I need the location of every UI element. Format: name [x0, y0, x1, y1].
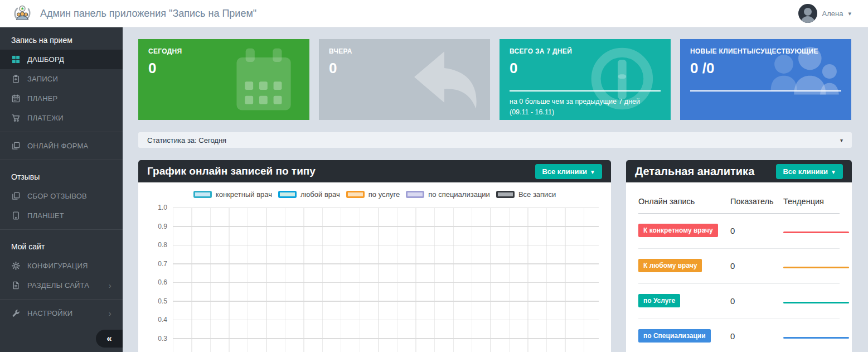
avatar[interactable] — [798, 4, 817, 23]
sidebar-item-calendar[interactable]: ПЛАНЕР — [0, 89, 123, 108]
sidebar-item-label: ОНЛАЙН ФОРМА — [27, 142, 88, 150]
dashboard-grid-icon — [11, 55, 20, 64]
legend-item[interactable]: по услуге — [346, 190, 400, 199]
stat-card-value: 0 — [148, 60, 299, 77]
chevron-right-icon: › — [109, 281, 111, 290]
analytics-table-header: Онлайн запись Показатель Тенденция — [638, 197, 840, 214]
card-divider — [510, 90, 661, 91]
sidebar-item-gear[interactable]: КОНФИГУРАЦИЯ — [0, 256, 123, 276]
sidebar-item-tablet[interactable]: ПЛАНШЕТ — [0, 206, 123, 225]
metric-value: 0 — [730, 261, 783, 271]
legend-item[interactable]: Все записи — [496, 190, 556, 199]
stat-cards-row: СЕГОДНЯ0ВЧЕРА0ВСЕГО ЗА 7 ДНЕЙ0на 0 больш… — [138, 39, 851, 120]
table-row: по Специализации0 — [638, 319, 840, 352]
collapse-icon: « — [106, 333, 111, 344]
sidebar: « Запись на приемДАШБОРДЗАПИСИПЛАНЕРПЛАТ… — [0, 27, 123, 352]
wrench-icon — [11, 309, 20, 318]
chevron-down-icon: ▼ — [831, 169, 836, 175]
y-axis-tick-label: 0.7 — [145, 260, 167, 268]
copy-icon — [11, 192, 20, 201]
status-badge: К конкретному врачу — [638, 224, 718, 237]
gear-icon — [11, 262, 20, 271]
trend-line — [783, 302, 849, 303]
sidebar-item-label: РАЗДЕЛЫ САЙТА — [27, 281, 89, 290]
analytics-panel: Детальная аналитика Все клиники▼ Онлайн … — [626, 160, 852, 352]
legend-swatch — [278, 191, 297, 198]
y-axis-tick-label: 0.8 — [145, 241, 167, 249]
sidebar-divider — [0, 132, 123, 132]
calendar-icon — [11, 94, 20, 103]
analytics-panel-title: Детальная аналитика — [635, 165, 754, 178]
column-header: Онлайн запись — [638, 197, 730, 206]
legend-label: конкретный врач — [216, 190, 272, 199]
stat-card-value: 0 — [510, 60, 661, 77]
sidebar-item-label: ПЛАНШЕТ — [27, 211, 64, 220]
metric-value: 0 — [730, 331, 783, 341]
stat-card: ВЧЕРА0 — [319, 39, 490, 120]
stat-card-label: НОВЫЕ КЛИЕНТЫ/СУЩЕСТВУЮЩИЕ — [690, 47, 841, 55]
user-menu[interactable]: Алена ▾ — [798, 4, 851, 23]
chevron-down-icon: ▼ — [590, 169, 595, 175]
column-header: Тенденция — [783, 197, 840, 206]
y-axis-tick-label: 0.6 — [145, 278, 167, 286]
y-axis-tick-label: 0.3 — [145, 335, 167, 343]
sidebar-item-copy[interactable]: ОНЛАЙН ФОРМА — [0, 136, 123, 156]
stat-card: НОВЫЕ КЛИЕНТЫ/СУЩЕСТВУЮЩИЕ0 /0 — [680, 39, 851, 120]
sidebar-section-header: Отзывы — [0, 164, 123, 186]
analytics-panel-header: Детальная аналитика Все клиники▼ — [626, 160, 852, 182]
legend-swatch — [496, 191, 515, 198]
sidebar-divider — [0, 160, 123, 160]
sidebar-section-header: Мой сайт — [0, 234, 123, 256]
legend-item[interactable]: по специализации — [406, 190, 490, 199]
legend-swatch — [193, 191, 212, 198]
sidebar-item-label: ДАШБОРД — [27, 55, 64, 64]
chart-panel-header: График онлайн записей по типу Все клиник… — [138, 160, 611, 182]
stat-card: ВСЕГО ЗА 7 ДНЕЙ0на 0 больше чем за преды… — [500, 39, 671, 120]
tablet-icon — [11, 211, 20, 220]
sidebar-item-dashboard-grid[interactable]: ДАШБОРД — [0, 50, 123, 69]
y-axis-tick-label: 0.5 — [145, 297, 167, 305]
sidebar-item-copy[interactable]: СБОР ОТЗЫВОВ — [0, 186, 123, 206]
stat-card-value: 0 — [329, 60, 480, 77]
chart-panel: График онлайн записей по типу Все клиник… — [138, 160, 611, 352]
sidebar-item-label: КОНФИГУРАЦИЯ — [27, 262, 88, 270]
stat-card-value: 0 /0 — [690, 60, 841, 77]
top-header: ★ Админ панель приложения "Запись на При… — [0, 0, 868, 27]
y-axis-tick-label: 0.9 — [145, 223, 167, 230]
legend-label: Все записи — [518, 190, 556, 199]
sidebar-item-label: ПЛАНЕР — [27, 94, 57, 103]
sidebar-item-cart[interactable]: ПЛАТЕЖИ — [0, 108, 123, 128]
file-icon — [11, 281, 20, 290]
sidebar-item-file[interactable]: РАЗДЕЛЫ САЙТА› — [0, 276, 123, 295]
y-axis-tick-label: 1.0 — [145, 204, 167, 211]
status-badge: по Услуге — [638, 294, 680, 307]
copy-icon — [11, 142, 20, 151]
chart-body: конкретный врачлюбой врачпо услугепо спе… — [138, 182, 611, 352]
stats-period-bar[interactable]: Статистика за: Сегодня ▾ — [138, 132, 852, 148]
sidebar-collapse-button[interactable]: « — [96, 330, 123, 348]
sidebar-item-clipboard[interactable]: ЗАПИСИ — [0, 69, 123, 89]
table-row: по Услуге0 — [638, 284, 840, 319]
cart-icon — [11, 114, 20, 123]
chevron-down-icon: ▾ — [848, 10, 851, 17]
table-row: К конкретному врачу0 — [638, 214, 840, 249]
clinics-filter-button[interactable]: Все клиники▼ — [776, 164, 843, 179]
legend-label: по услуге — [368, 190, 400, 199]
clipboard-icon — [11, 75, 20, 84]
metric-value: 0 — [730, 226, 783, 235]
trend-line — [783, 337, 849, 339]
chart-plot-wrap: 1.00.90.80.70.60.50.40.3 — [173, 208, 599, 352]
sidebar-item-wrench[interactable]: НАСТРОЙКИ› — [0, 303, 123, 323]
legend-item[interactable]: любой врач — [278, 190, 340, 199]
sidebar-item-label: НАСТРОЙКИ — [27, 309, 72, 317]
app-logo-icon: ★ — [12, 3, 32, 23]
sidebar-item-label: СБОР ОТЗЫВОВ — [27, 192, 87, 200]
status-badge: по Специализации — [638, 329, 711, 343]
sidebar-divider — [0, 299, 123, 300]
chart-plot-area — [173, 208, 599, 352]
clinics-filter-button[interactable]: Все клиники▼ — [535, 164, 602, 179]
legend-item[interactable]: конкретный врач — [193, 190, 272, 199]
metric-value: 0 — [730, 296, 783, 306]
svg-text:★: ★ — [20, 6, 24, 11]
clinics-filter-label: Все клиники — [783, 167, 828, 176]
